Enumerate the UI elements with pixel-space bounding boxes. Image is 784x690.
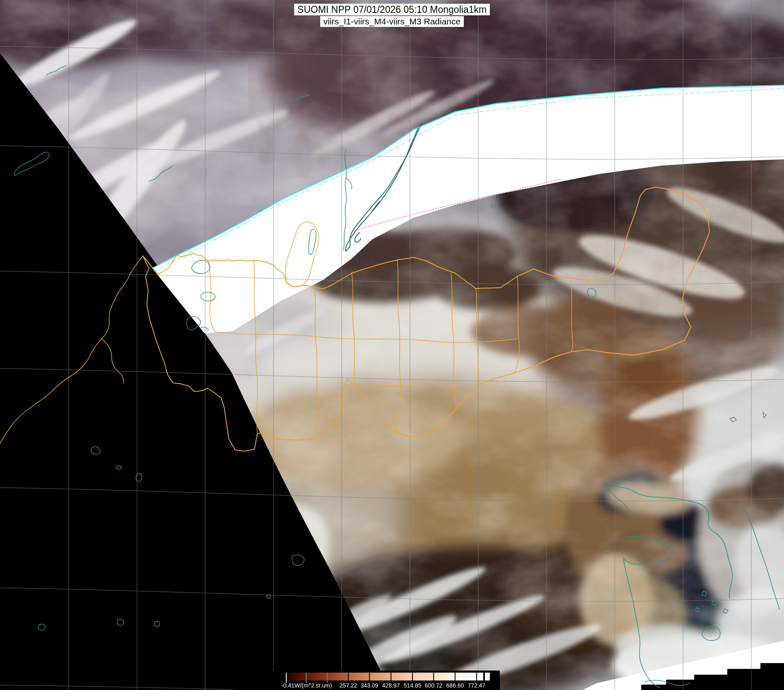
colorbar-tick-label: 343.09 [361,682,379,689]
colorbar: -0.41W/(m^2.sr.um) 257.22 343.09 428.97 … [233,671,500,690]
colorbar-tick-label: 257.22 [340,682,357,689]
colorbar-labels: -0.41W/(m^2.sr.um) 257.22 343.09 428.97 … [233,682,500,690]
colorbar-tick-label: 428.97 [382,682,400,689]
satellite-viewer: SUOMI NPP 07/01/2026 05:10 Mongolia1km v… [0,0,784,690]
colorbar-tick [348,673,349,683]
colorbar-gradient [285,673,483,680]
colorbar-unit-label: -0.41W/(m^2.sr.um) [281,682,332,689]
colorbar-max-cap [485,673,490,680]
colorbar-tick [433,673,434,683]
colorbar-tick [455,673,456,683]
satellite-map-canvas[interactable] [0,0,784,690]
western-borders [0,256,143,444]
colorbar-tick [476,673,477,683]
colorbar-tick-label: 772.47 [468,682,486,689]
colorbar-tick [369,673,370,683]
colorbar-tick [286,673,287,683]
colorbar-tick-label: 600.72 [425,682,443,689]
colorbar-tick [412,673,413,683]
colorbar-tick-label: 686.60 [446,682,464,689]
colorbar-tick [306,673,307,683]
colorbar-tick [327,673,328,683]
colorbar-tick [391,673,391,683]
colorbar-tick-label: 514.85 [404,682,422,689]
